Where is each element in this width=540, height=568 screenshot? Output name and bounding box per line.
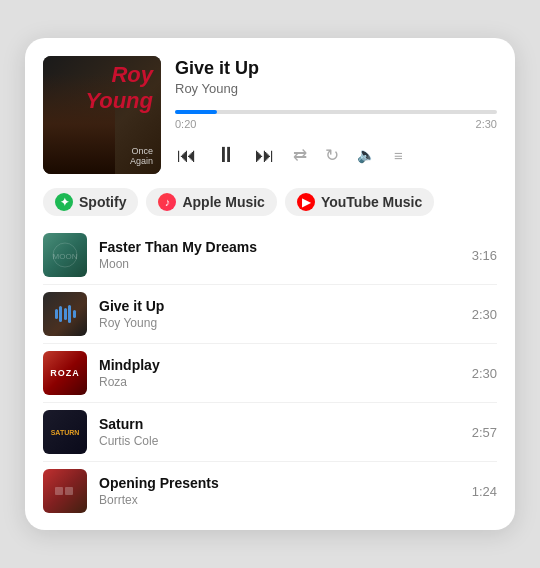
- now-playing-artist: Roy Young: [175, 81, 497, 96]
- track-thumb-1: MOON: [43, 233, 87, 277]
- apple-music-icon: ♪: [158, 193, 176, 211]
- tab-apple-music[interactable]: ♪ Apple Music: [146, 188, 276, 216]
- tab-apple-label: Apple Music: [182, 194, 264, 210]
- track-title-1: Faster Than My Dreams: [99, 239, 460, 255]
- tab-youtube-label: YouTube Music: [321, 194, 422, 210]
- service-tabs: ✦ Spotify ♪ Apple Music ▶ YouTube Music: [43, 188, 497, 216]
- track-thumb-3: ROZA: [43, 351, 87, 395]
- svg-rect-2: [55, 487, 63, 495]
- progress-container[interactable]: 0:20 2:30: [175, 110, 497, 130]
- tab-spotify[interactable]: ✦ Spotify: [43, 188, 138, 216]
- playback-controls: ⏮ ⏸ ⏭ ⇄ ↻ 🔈 ≡: [175, 140, 497, 170]
- rewind-button[interactable]: ⏮: [175, 142, 199, 169]
- list-item[interactable]: SATURN Saturn Curtis Cole 2:57: [43, 403, 497, 462]
- progress-times: 0:20 2:30: [175, 118, 497, 130]
- list-item[interactable]: MOON Faster Than My Dreams Moon 3:16: [43, 226, 497, 285]
- track-meta-5: Opening Presents Borrtex: [99, 475, 460, 507]
- track-meta-1: Faster Than My Dreams Moon: [99, 239, 460, 271]
- queue-button[interactable]: ≡: [392, 145, 405, 166]
- track-duration-5: 1:24: [472, 484, 497, 499]
- track-artist-5: Borrtex: [99, 493, 460, 507]
- total-time: 2:30: [476, 118, 497, 130]
- album-text-young: Young: [85, 90, 153, 112]
- now-playing-title: Give it Up: [175, 58, 497, 79]
- track-title-3: Mindplay: [99, 357, 460, 373]
- track-artist-4: Curtis Cole: [99, 434, 460, 448]
- progress-bar[interactable]: [175, 110, 497, 114]
- now-playing-section: Roy Young Once Again Give it Up Roy Youn…: [43, 56, 497, 174]
- track-thumb-5: [43, 469, 87, 513]
- track-thumb-4: SATURN: [43, 410, 87, 454]
- svg-text:MOON: MOON: [53, 252, 78, 261]
- track-artist-1: Moon: [99, 257, 460, 271]
- album-text-roy: Roy: [111, 64, 153, 86]
- list-item[interactable]: Opening Presents Borrtex 1:24: [43, 462, 497, 520]
- current-time: 0:20: [175, 118, 196, 130]
- track-info: Give it Up Roy Young 0:20 2:30 ⏮ ⏸ ⏭ ⇄ ↻…: [175, 56, 497, 170]
- album-art: Roy Young Once Again: [43, 56, 161, 174]
- shuffle-button[interactable]: ⇄: [291, 143, 309, 168]
- spotify-icon: ✦: [55, 193, 73, 211]
- svg-rect-3: [65, 487, 73, 495]
- track-meta-2: Give it Up Roy Young: [99, 298, 460, 330]
- track-duration-1: 3:16: [472, 248, 497, 263]
- track-thumb-2: [43, 292, 87, 336]
- track-list: MOON Faster Than My Dreams Moon 3:16: [43, 226, 497, 520]
- track-duration-3: 2:30: [472, 366, 497, 381]
- track-artist-2: Roy Young: [99, 316, 460, 330]
- pause-button[interactable]: ⏸: [213, 140, 239, 170]
- track-title-5: Opening Presents: [99, 475, 460, 491]
- track-meta-4: Saturn Curtis Cole: [99, 416, 460, 448]
- list-item[interactable]: Give it Up Roy Young 2:30: [43, 285, 497, 344]
- fast-forward-button[interactable]: ⏭: [253, 142, 277, 169]
- music-player-card: Roy Young Once Again Give it Up Roy Youn…: [25, 38, 515, 530]
- volume-button[interactable]: 🔈: [355, 144, 378, 166]
- tab-spotify-label: Spotify: [79, 194, 126, 210]
- track-duration-2: 2:30: [472, 307, 497, 322]
- youtube-icon: ▶: [297, 193, 315, 211]
- track-duration-4: 2:57: [472, 425, 497, 440]
- track-title-2: Give it Up: [99, 298, 460, 314]
- track-artist-3: Roza: [99, 375, 460, 389]
- list-item[interactable]: ROZA Mindplay Roza 2:30: [43, 344, 497, 403]
- progress-fill: [175, 110, 217, 114]
- tab-youtube-music[interactable]: ▶ YouTube Music: [285, 188, 434, 216]
- track-title-4: Saturn: [99, 416, 460, 432]
- repeat-button[interactable]: ↻: [323, 143, 341, 168]
- waveform-icon: [55, 305, 76, 323]
- track-meta-3: Mindplay Roza: [99, 357, 460, 389]
